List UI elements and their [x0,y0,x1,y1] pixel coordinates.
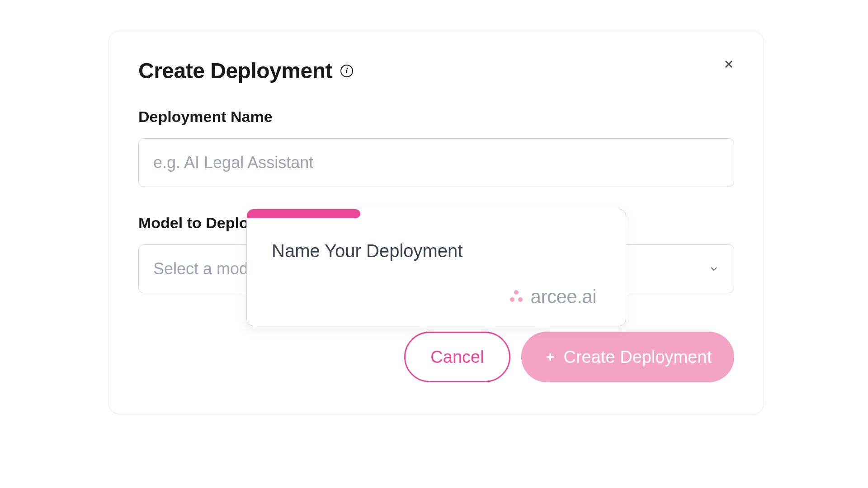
tooltip-title: Name Your Deployment [272,241,601,261]
modal-title: Create Deployment [138,58,332,83]
model-select-placeholder: Select a model [153,259,261,278]
deployment-name-input[interactable] [138,138,734,187]
tooltip-brand: arcee.ai [272,286,601,308]
deployment-name-label: Deployment Name [138,108,734,126]
cancel-button[interactable]: Cancel [404,332,510,382]
deployment-name-group: Deployment Name [138,108,734,187]
title-group: Create Deployment i [138,58,353,83]
svg-point-0 [514,290,519,295]
tooltip-progress-bar [247,209,360,218]
brand-logo-icon [507,288,525,306]
modal-header: Create Deployment i [138,58,734,83]
create-deployment-button[interactable]: Create Deployment [521,332,734,382]
svg-point-2 [518,297,523,302]
tooltip-content: Name Your Deployment arcee.ai [247,218,626,326]
close-icon [722,58,735,70]
close-button[interactable] [719,54,739,74]
onboarding-tooltip: Name Your Deployment arcee.ai [246,209,626,326]
svg-point-1 [510,297,514,302]
chevron-down-icon [708,263,719,274]
create-button-label: Create Deployment [564,347,712,367]
button-row: Cancel Create Deployment [138,332,734,382]
plus-icon [544,351,557,363]
info-icon[interactable]: i [340,65,353,77]
brand-text: arcee.ai [531,286,596,308]
